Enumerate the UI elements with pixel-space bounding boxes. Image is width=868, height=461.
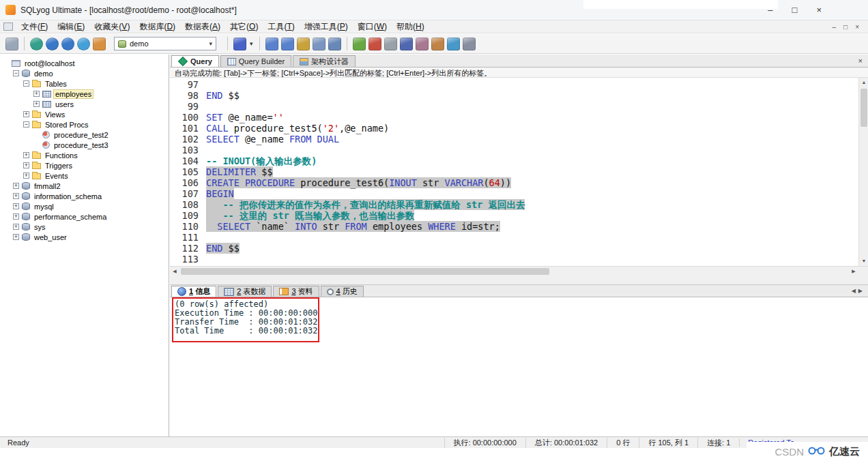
export-result-icon[interactable] (313, 38, 326, 50)
menu-item[interactable]: 文件(F) (16, 20, 53, 33)
tree-expander-icon[interactable]: + (23, 152, 29, 158)
menu-item[interactable]: 数据库(D) (134, 20, 180, 33)
save-all-icon[interactable] (297, 38, 310, 50)
tree-node[interactable]: +performance_schema (0, 211, 169, 222)
scroll-left-icon[interactable]: ◀ (170, 267, 179, 276)
tab-label: 架构设计器 (311, 57, 349, 67)
menu-item[interactable]: 其它(O) (225, 20, 263, 33)
scroll-right-icon[interactable]: ▶ (849, 267, 858, 276)
backup-icon[interactable] (416, 38, 429, 50)
new-query-editor-icon[interactable] (46, 38, 59, 50)
tree-node[interactable]: +sys (0, 222, 169, 232)
result-tab-4-历史[interactable]: 4 历史 (321, 286, 364, 297)
menu-item[interactable]: 收藏夹(V) (89, 20, 134, 33)
tree-node-label: Events (44, 172, 70, 180)
horizontal-splitter[interactable] (170, 276, 868, 285)
tree-expander-icon[interactable]: − (23, 80, 29, 87)
tree-node[interactable]: procedure_test2 (0, 130, 169, 140)
save-file-icon[interactable] (281, 38, 294, 50)
dropdown-caret-icon[interactable]: ▾ (250, 40, 253, 47)
editor-lines: 9798END $$99100SET @e_name=''101CALL pro… (170, 79, 858, 265)
import-data-icon[interactable] (384, 38, 397, 50)
tree-node[interactable]: +fmmall2 (0, 181, 169, 191)
tree-node[interactable]: −Tables (0, 78, 169, 89)
tree-node[interactable]: +Triggers (0, 160, 169, 170)
schema-sync-icon[interactable] (400, 38, 413, 50)
tree-expander-icon[interactable]: + (13, 213, 19, 220)
tree-expander-icon[interactable]: + (23, 173, 29, 179)
tree-node[interactable]: +information_schema (0, 191, 169, 201)
tree-expander-icon[interactable]: + (33, 91, 40, 97)
tree-node[interactable]: root@localhost (0, 58, 169, 68)
database-selector[interactable]: demo▾ (114, 37, 216, 50)
result-tab-3-资料[interactable]: 3 资料 (273, 286, 319, 297)
menu-item[interactable]: 数据表(A) (180, 20, 225, 33)
tree-expander-icon[interactable]: + (23, 162, 29, 168)
tree-expander-icon[interactable]: + (13, 234, 19, 240)
query-profiler-icon[interactable] (328, 38, 341, 50)
tree-node[interactable]: +Views (0, 109, 169, 119)
editor-vertical-scrollbar[interactable]: ▲ ▼ (858, 78, 868, 266)
maximize-button[interactable]: □ (792, 5, 798, 15)
data-sync-icon[interactable] (368, 38, 381, 50)
tree-expander-icon[interactable]: + (33, 101, 40, 107)
new-query-tab-icon[interactable] (61, 38, 74, 50)
menu-item[interactable]: 编辑(E) (53, 20, 89, 33)
tree-node[interactable]: +Functions (0, 150, 169, 160)
table-diagnostics-icon[interactable] (463, 38, 476, 50)
refresh-object-browser-icon[interactable] (77, 38, 90, 50)
tree-node[interactable]: −demo (0, 68, 169, 78)
scroll-down-icon[interactable]: ▼ (859, 256, 868, 266)
line-number: 102 (170, 134, 206, 145)
connection-jar-icon[interactable] (5, 38, 18, 50)
tab-query[interactable]: Query (171, 55, 219, 67)
mdi-minimize-button[interactable]: – (833, 23, 837, 31)
scroll-up-icon[interactable]: ▲ (859, 78, 868, 87)
procedure-icon (42, 141, 50, 149)
history-icon (327, 288, 334, 295)
tree-expander-icon[interactable]: + (13, 183, 19, 189)
folder-icon (32, 81, 41, 87)
tree-expander-icon[interactable]: − (23, 121, 29, 128)
tree-node[interactable]: +users (0, 99, 169, 109)
tree-node[interactable]: procedure_test3 (0, 140, 169, 150)
visual-data-compare-icon[interactable] (447, 38, 460, 50)
prev-tab-icon[interactable]: ◀ (852, 288, 856, 294)
tab-架构设计器[interactable]: 架构设计器 (293, 55, 356, 67)
editor-horizontal-scrollbar[interactable]: ◀ ▶ (170, 266, 868, 276)
tree-node[interactable]: +web_user (0, 232, 169, 242)
result-tab-1-信息[interactable]: 1 信息 (171, 286, 216, 297)
mdi-close-button[interactable]: × (855, 23, 859, 31)
tree-expander-icon[interactable]: + (23, 111, 29, 117)
tab-query-builder[interactable]: Query Builder (220, 55, 291, 67)
new-connection-icon[interactable] (30, 38, 43, 50)
close-tab-icon[interactable]: × (858, 57, 863, 65)
mdi-restore-button[interactable]: □ (843, 23, 848, 31)
tree-expander-icon[interactable]: + (13, 193, 19, 199)
scheduler-icon[interactable] (431, 38, 444, 50)
sql-editor[interactable]: 9798END $$99100SET @e_name=''101CALL pro… (170, 78, 868, 266)
menu-item[interactable]: 增强工具(P) (300, 20, 353, 33)
vertical-scrollbar-thumb[interactable] (860, 89, 867, 127)
tree-expander-icon[interactable]: + (13, 224, 19, 230)
menu-item[interactable]: 工具(T) (263, 20, 299, 33)
tree-node[interactable]: +employees (0, 89, 169, 99)
tree-expander-icon[interactable]: − (13, 70, 19, 76)
user-manager-icon[interactable] (93, 38, 106, 50)
line-number: 112 (170, 243, 206, 254)
menu-item[interactable]: 窗口(W) (353, 20, 392, 33)
menu-item[interactable]: 帮助(H) (392, 20, 429, 33)
next-tab-icon[interactable]: ▶ (858, 288, 863, 294)
tree-node[interactable]: +Events (0, 170, 169, 181)
tree-node[interactable]: +mysql (0, 201, 169, 211)
close-button[interactable]: × (816, 5, 822, 15)
open-file-icon[interactable] (265, 38, 278, 50)
tree-expander-icon[interactable]: + (13, 203, 19, 209)
execute-query-icon[interactable] (233, 38, 246, 50)
tree-node[interactable]: −Stored Procs (0, 119, 169, 130)
tree-node-label: Tables (44, 80, 68, 88)
format-query-icon[interactable] (353, 38, 366, 50)
editor-line: 99 (170, 101, 858, 112)
horizontal-scrollbar-thumb[interactable] (181, 268, 549, 275)
result-tab-2-表数据[interactable]: 2 表数据 (218, 286, 272, 297)
